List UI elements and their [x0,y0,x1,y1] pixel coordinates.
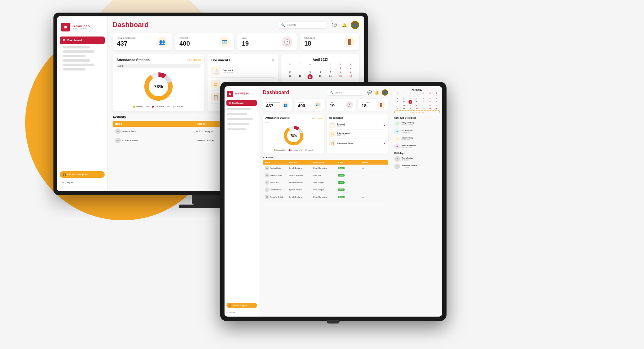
tablet-td-action-3[interactable]: ⋯ [362,189,386,191]
schedule-time-2: Every Friday [402,139,413,141]
tablet-notification-icon[interactable]: 🔔 [375,90,379,95]
cal-day-9[interactable]: 9 [346,70,355,74]
status-badge-0: Online [338,167,345,169]
cal-day-12-today[interactable]: 12 [308,74,313,79]
cal-day-3[interactable]: 3 [285,70,295,74]
tablet-td-action-2[interactable]: ⋯ [362,182,386,184]
td-25[interactable]: 25 [401,107,407,110]
user-avatar[interactable]: 👤 [351,21,359,29]
td-5[interactable]: 5 [407,97,414,100]
td-29[interactable]: 29 [427,107,433,110]
doc-meta-0: 150MB • PDF [223,72,275,74]
tablet-message-icon[interactable]: 💬 [367,90,372,95]
td-9[interactable]: 9 [433,97,440,100]
view-report-link[interactable]: View Report [187,59,200,61]
td-19[interactable]: 19 [407,104,414,107]
tablet-stat-value-pres: 400 [298,103,305,108]
doc-info-0: Contract 150MB • PDF [223,69,275,74]
contact-support-button[interactable]: 🎧 Contact Support [60,171,105,178]
cal-day-2[interactable]: 2 [346,66,355,70]
cal-day-11[interactable]: 11 [295,74,305,79]
cal-day-10[interactable]: 10 [285,74,295,79]
td-e1 [394,94,401,97]
cal-day-16[interactable]: 16 [346,74,355,79]
td-20[interactable]: 20 [414,104,420,107]
tablet-activity-title: Acitivity [263,156,388,159]
cal-day-7[interactable]: 7 [325,70,335,74]
search-box[interactable]: 🔍 Search [277,22,328,28]
tablet-attendance-card: Attendance Statistic View Report Apr ↓ [263,114,324,154]
calendar-title: April 2023 [285,58,355,61]
td-3[interactable]: 3 [394,97,401,100]
td-1[interactable]: 1 [427,94,433,97]
cal-day-6[interactable]: 6 [315,70,325,74]
tablet-logout-item[interactable]: ↩ Logout [225,310,259,314]
tablet-td-pos-0: Sr. UX Designer [289,167,313,169]
cal-day-1[interactable]: 1 [336,66,345,70]
person-name-1: Malaika Shafa [122,139,138,142]
td-27[interactable]: 27 [414,107,420,110]
td-23[interactable]: 23 [433,104,440,107]
cal-day-14[interactable]: 14 [325,74,335,79]
td-4[interactable]: 4 [401,97,407,100]
cal-day-15[interactable]: 15 [336,74,345,79]
tablet-search-box[interactable]: 🔍 Search [327,90,365,95]
tablet-doc-upload-0[interactable]: ▲ [383,124,386,127]
tablet-logo-text: HASHMICRO THINK FORWARD [235,92,249,96]
tablet-avatar-2: B [265,180,269,185]
tablet-td-pos-2: Financial Analyst [289,182,313,183]
message-icon[interactable]: 💬 [331,21,338,28]
td-2[interactable]: 2 [433,94,440,97]
tablet-nav-dashboard[interactable]: ⊞ Dashboard [226,100,257,106]
tablet-td-action-0[interactable]: ⋯ [362,167,386,169]
td-10[interactable]: 10 [394,100,401,104]
attendance-card-header: Attendance Statistic View Report [116,58,201,62]
doc-name-0: Contract [223,69,275,72]
stat-label-late: Late [242,37,249,39]
tablet-doc-info-2: Attendance Guide [337,142,353,144]
sidebar-item-dashboard[interactable]: ⊞ Dashboard [60,37,105,44]
td-18[interactable]: 18 [401,104,407,107]
tablet-td-action-1[interactable]: ⋯ [362,174,386,177]
logo-subtitle: THINK FORWARD [72,28,90,30]
tablet-td-action-4[interactable]: ⋯ [362,196,386,198]
tablet-person-3: Joni Martanto [270,189,281,191]
td-21[interactable]: 21 [420,104,427,107]
legend-present: Present 78% [133,105,149,108]
td-7[interactable]: 7 [420,97,427,100]
tablet-header: Dashboard 🔍 Search 💬 🔔 👤 [263,89,388,96]
tcal-t: T [401,92,407,94]
cal-day-13[interactable]: 13 [315,74,325,79]
td-22[interactable]: 22 [427,104,433,107]
td-16w[interactable]: 16 [433,100,440,104]
td-24[interactable]: 24 [394,107,401,110]
notification-icon[interactable]: 🔔 [341,21,348,28]
add-schedule-button[interactable]: + Add Schedule [394,110,440,114]
tablet-doc-upload-2[interactable]: ▲ [383,142,386,145]
tablet-contact-support-button[interactable]: 🎧 Contact Support [226,303,257,308]
sidebar-placeholder-6 [63,68,86,70]
tablet-doc-1: 🗂 Offering Letter 12MB • TXT [329,130,386,139]
td-13[interactable]: 13 [414,100,420,104]
cal-day-5[interactable]: 5 [305,70,315,74]
cal-day-8[interactable]: 8 [336,70,345,74]
download-icon[interactable]: ⬇ [271,58,275,62]
tablet-view-report[interactable]: View Report [311,118,322,120]
td-11[interactable]: 11 [401,100,407,104]
td-17[interactable]: 17 [394,104,401,107]
td-14[interactable]: 14 [420,100,427,104]
td-28[interactable]: 28 [420,107,427,110]
logout-item[interactable]: ↩ Logout [60,180,105,185]
attendance-filter[interactable]: April ↓ [116,64,201,68]
tablet-home-button[interactable] [327,320,340,324]
td-30[interactable]: 30 [433,107,440,110]
td-8[interactable]: 8 [427,97,433,100]
td-12[interactable]: 12 [408,100,412,104]
cal-day-4[interactable]: 4 [295,70,305,74]
tablet-user-avatar[interactable]: 👤 [382,89,388,96]
td-6[interactable]: 6 [414,97,420,100]
td-15w[interactable]: 15 [427,100,433,104]
td-26[interactable]: 26 [407,107,414,110]
sidebar-bottom: 🎧 Contact Support ↩ Logout [57,169,107,188]
schedule-dot-2: ● [394,136,400,142]
